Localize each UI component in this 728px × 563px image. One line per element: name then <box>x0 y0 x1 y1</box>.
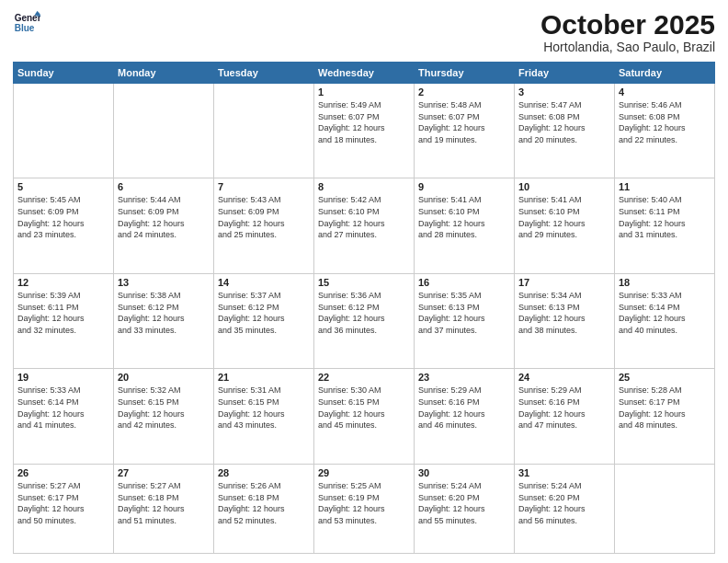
day-info: Sunrise: 5:44 AM Sunset: 6:09 PM Dayligh… <box>118 194 210 240</box>
day-info: Sunrise: 5:34 AM Sunset: 6:13 PM Dayligh… <box>518 290 610 336</box>
day-info: Sunrise: 5:25 AM Sunset: 6:19 PM Dayligh… <box>318 480 410 526</box>
day-info: Sunrise: 5:42 AM Sunset: 6:10 PM Dayligh… <box>318 194 410 240</box>
day-number: 13 <box>118 277 210 288</box>
table-row: 21Sunrise: 5:31 AM Sunset: 6:15 PM Dayli… <box>214 369 314 464</box>
day-number: 23 <box>418 372 510 383</box>
logo: General Blue <box>13 9 40 37</box>
col-saturday: Saturday <box>615 63 715 84</box>
calendar-week-row: 19Sunrise: 5:33 AM Sunset: 6:14 PM Dayli… <box>14 369 715 464</box>
day-info: Sunrise: 5:30 AM Sunset: 6:15 PM Dayligh… <box>318 385 410 431</box>
day-number: 18 <box>619 277 711 288</box>
table-row: 1Sunrise: 5:49 AM Sunset: 6:07 PM Daylig… <box>314 84 415 178</box>
day-info: Sunrise: 5:41 AM Sunset: 6:10 PM Dayligh… <box>418 194 510 240</box>
table-row <box>615 464 715 553</box>
table-row: 3Sunrise: 5:47 AM Sunset: 6:08 PM Daylig… <box>515 84 615 178</box>
table-row: 20Sunrise: 5:32 AM Sunset: 6:15 PM Dayli… <box>114 369 214 464</box>
table-row <box>14 84 114 178</box>
day-info: Sunrise: 5:26 AM Sunset: 6:18 PM Dayligh… <box>218 480 310 526</box>
day-info: Sunrise: 5:40 AM Sunset: 6:11 PM Dayligh… <box>619 194 711 240</box>
col-monday: Monday <box>114 63 214 84</box>
day-number: 21 <box>218 372 310 383</box>
table-row: 16Sunrise: 5:35 AM Sunset: 6:13 PM Dayli… <box>415 273 515 368</box>
day-number: 6 <box>118 181 210 192</box>
day-info: Sunrise: 5:36 AM Sunset: 6:12 PM Dayligh… <box>318 290 410 336</box>
day-number: 8 <box>318 181 410 192</box>
col-thursday: Thursday <box>415 63 515 84</box>
col-sunday: Sunday <box>14 63 114 84</box>
table-row: 4Sunrise: 5:46 AM Sunset: 6:08 PM Daylig… <box>615 84 715 178</box>
day-number: 29 <box>318 467 410 478</box>
table-row: 14Sunrise: 5:37 AM Sunset: 6:12 PM Dayli… <box>214 273 314 368</box>
day-info: Sunrise: 5:28 AM Sunset: 6:17 PM Dayligh… <box>619 385 711 431</box>
day-number: 2 <box>418 86 510 98</box>
day-info: Sunrise: 5:27 AM Sunset: 6:17 PM Dayligh… <box>17 480 109 526</box>
day-number: 14 <box>218 277 310 288</box>
calendar-week-row: 1Sunrise: 5:49 AM Sunset: 6:07 PM Daylig… <box>14 84 715 178</box>
calendar-week-row: 12Sunrise: 5:39 AM Sunset: 6:11 PM Dayli… <box>14 273 715 368</box>
table-row: 6Sunrise: 5:44 AM Sunset: 6:09 PM Daylig… <box>114 178 214 273</box>
table-row: 5Sunrise: 5:45 AM Sunset: 6:09 PM Daylig… <box>14 178 114 273</box>
day-number: 28 <box>218 467 310 478</box>
day-info: Sunrise: 5:43 AM Sunset: 6:09 PM Dayligh… <box>218 194 310 240</box>
day-info: Sunrise: 5:48 AM Sunset: 6:07 PM Dayligh… <box>418 99 510 145</box>
day-info: Sunrise: 5:45 AM Sunset: 6:09 PM Dayligh… <box>17 194 109 240</box>
svg-text:Blue: Blue <box>15 23 35 33</box>
day-number: 1 <box>318 86 410 98</box>
table-row: 11Sunrise: 5:40 AM Sunset: 6:11 PM Dayli… <box>615 178 715 273</box>
day-number: 26 <box>17 467 109 478</box>
day-info: Sunrise: 5:39 AM Sunset: 6:11 PM Dayligh… <box>17 290 109 336</box>
day-number: 3 <box>518 86 610 98</box>
day-info: Sunrise: 5:31 AM Sunset: 6:15 PM Dayligh… <box>218 385 310 431</box>
table-row: 19Sunrise: 5:33 AM Sunset: 6:14 PM Dayli… <box>14 369 114 464</box>
day-number: 30 <box>418 467 510 478</box>
day-info: Sunrise: 5:38 AM Sunset: 6:12 PM Dayligh… <box>118 290 210 336</box>
logo-icon: General Blue <box>13 9 40 37</box>
calendar-week-row: 26Sunrise: 5:27 AM Sunset: 6:17 PM Dayli… <box>14 464 715 553</box>
day-info: Sunrise: 5:41 AM Sunset: 6:10 PM Dayligh… <box>518 194 610 240</box>
table-row: 8Sunrise: 5:42 AM Sunset: 6:10 PM Daylig… <box>314 178 415 273</box>
col-wednesday: Wednesday <box>314 63 415 84</box>
day-number: 25 <box>619 372 711 383</box>
day-number: 16 <box>418 277 510 288</box>
table-row: 30Sunrise: 5:24 AM Sunset: 6:20 PM Dayli… <box>415 464 515 553</box>
table-row: 15Sunrise: 5:36 AM Sunset: 6:12 PM Dayli… <box>314 273 415 368</box>
table-row: 7Sunrise: 5:43 AM Sunset: 6:09 PM Daylig… <box>214 178 314 273</box>
header: General Blue October 2025 Hortolandia, S… <box>13 9 715 54</box>
day-number: 15 <box>318 277 410 288</box>
calendar-table: Sunday Monday Tuesday Wednesday Thursday… <box>13 62 715 554</box>
day-info: Sunrise: 5:47 AM Sunset: 6:08 PM Dayligh… <box>518 99 610 145</box>
table-row: 23Sunrise: 5:29 AM Sunset: 6:16 PM Dayli… <box>415 369 515 464</box>
page: General Blue October 2025 Hortolandia, S… <box>0 0 728 563</box>
table-row: 10Sunrise: 5:41 AM Sunset: 6:10 PM Dayli… <box>515 178 615 273</box>
col-tuesday: Tuesday <box>214 63 314 84</box>
table-row: 28Sunrise: 5:26 AM Sunset: 6:18 PM Dayli… <box>214 464 314 553</box>
title-area: October 2025 Hortolandia, Sao Paulo, Bra… <box>540 9 715 54</box>
day-info: Sunrise: 5:35 AM Sunset: 6:13 PM Dayligh… <box>418 290 510 336</box>
day-number: 17 <box>518 277 610 288</box>
table-row: 13Sunrise: 5:38 AM Sunset: 6:12 PM Dayli… <box>114 273 214 368</box>
table-row: 27Sunrise: 5:27 AM Sunset: 6:18 PM Dayli… <box>114 464 214 553</box>
day-number: 4 <box>619 86 711 98</box>
table-row <box>114 84 214 178</box>
day-info: Sunrise: 5:37 AM Sunset: 6:12 PM Dayligh… <box>218 290 310 336</box>
table-row: 26Sunrise: 5:27 AM Sunset: 6:17 PM Dayli… <box>14 464 114 553</box>
table-row: 12Sunrise: 5:39 AM Sunset: 6:11 PM Dayli… <box>14 273 114 368</box>
table-row <box>214 84 314 178</box>
day-number: 31 <box>518 467 610 478</box>
day-number: 20 <box>118 372 210 383</box>
main-title: October 2025 <box>540 9 715 40</box>
table-row: 18Sunrise: 5:33 AM Sunset: 6:14 PM Dayli… <box>615 273 715 368</box>
day-info: Sunrise: 5:29 AM Sunset: 6:16 PM Dayligh… <box>418 385 510 431</box>
day-number: 5 <box>17 181 109 192</box>
day-number: 7 <box>218 181 310 192</box>
day-info: Sunrise: 5:33 AM Sunset: 6:14 PM Dayligh… <box>619 290 711 336</box>
day-info: Sunrise: 5:24 AM Sunset: 6:20 PM Dayligh… <box>518 480 610 526</box>
table-row: 24Sunrise: 5:29 AM Sunset: 6:16 PM Dayli… <box>515 369 615 464</box>
table-row: 31Sunrise: 5:24 AM Sunset: 6:20 PM Dayli… <box>515 464 615 553</box>
table-row: 9Sunrise: 5:41 AM Sunset: 6:10 PM Daylig… <box>415 178 515 273</box>
day-info: Sunrise: 5:24 AM Sunset: 6:20 PM Dayligh… <box>418 480 510 526</box>
day-number: 24 <box>518 372 610 383</box>
table-row: 22Sunrise: 5:30 AM Sunset: 6:15 PM Dayli… <box>314 369 415 464</box>
day-info: Sunrise: 5:27 AM Sunset: 6:18 PM Dayligh… <box>118 480 210 526</box>
day-number: 27 <box>118 467 210 478</box>
